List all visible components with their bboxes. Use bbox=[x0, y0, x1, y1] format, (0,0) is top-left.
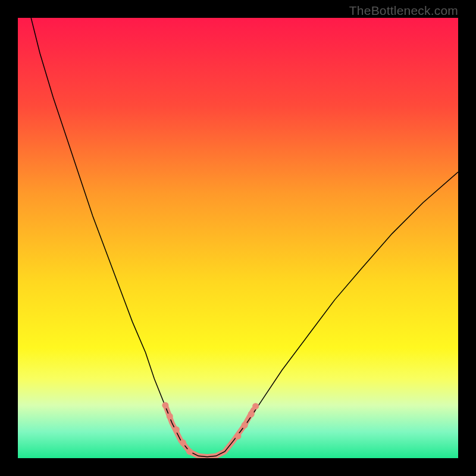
plot-area bbox=[18, 18, 458, 458]
highlight-dot bbox=[186, 448, 193, 455]
highlight-dot bbox=[248, 411, 255, 418]
chart-svg bbox=[18, 18, 458, 458]
highlight-dot bbox=[173, 426, 180, 433]
chart-frame: TheBottleneck.com bbox=[0, 0, 476, 476]
highlight-dot bbox=[235, 433, 242, 440]
highlight-dot bbox=[242, 422, 248, 428]
gradient-background bbox=[18, 18, 458, 458]
highlight-dot bbox=[162, 402, 168, 409]
highlight-dot bbox=[167, 413, 173, 419]
highlight-dot bbox=[252, 403, 259, 409]
highlight-dot bbox=[180, 440, 186, 446]
watermark-text: TheBottleneck.com bbox=[349, 4, 458, 18]
